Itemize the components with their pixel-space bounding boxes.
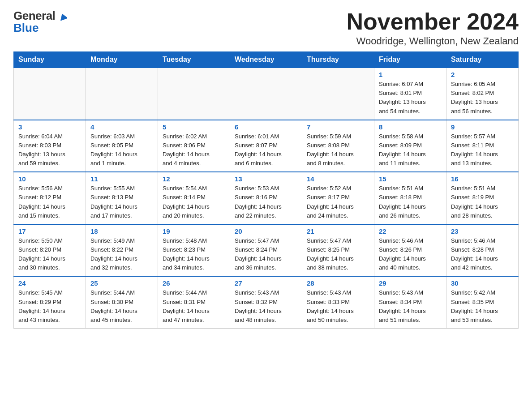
day-info: Sunrise: 5:51 AM Sunset: 8:18 PM Dayligh… <box>379 184 442 220</box>
calendar-cell: 6Sunrise: 6:01 AM Sunset: 8:07 PM Daylig… <box>230 120 302 172</box>
calendar-cell: 15Sunrise: 5:51 AM Sunset: 8:18 PM Dayli… <box>374 172 446 224</box>
day-number: 6 <box>235 123 297 131</box>
day-number: 19 <box>163 227 225 235</box>
calendar-cell: 11Sunrise: 5:55 AM Sunset: 8:13 PM Dayli… <box>86 172 158 224</box>
day-info: Sunrise: 5:42 AM Sunset: 8:35 PM Dayligh… <box>451 288 514 325</box>
calendar-week-row: 24Sunrise: 5:45 AM Sunset: 8:29 PM Dayli… <box>14 276 519 328</box>
calendar-cell: 21Sunrise: 5:47 AM Sunset: 8:25 PM Dayli… <box>302 224 374 277</box>
calendar-cell: 29Sunrise: 5:43 AM Sunset: 8:34 PM Dayli… <box>374 276 446 328</box>
day-info: Sunrise: 5:43 AM Sunset: 8:33 PM Dayligh… <box>307 288 369 325</box>
weekday-header-friday: Friday <box>374 52 446 68</box>
calendar-cell <box>302 68 374 120</box>
day-number: 20 <box>235 227 297 235</box>
day-number: 11 <box>90 175 153 183</box>
calendar-cell <box>158 68 230 120</box>
weekday-header-tuesday: Tuesday <box>158 52 230 68</box>
day-number: 12 <box>163 175 225 183</box>
weekday-header-monday: Monday <box>86 52 158 68</box>
day-info: Sunrise: 5:53 AM Sunset: 8:16 PM Dayligh… <box>235 184 297 220</box>
day-info: Sunrise: 5:47 AM Sunset: 8:25 PM Dayligh… <box>307 236 369 273</box>
location-text: Woodridge, Wellington, New Zealand <box>347 35 519 47</box>
calendar-cell: 20Sunrise: 5:47 AM Sunset: 8:24 PM Dayli… <box>230 224 302 277</box>
day-info: Sunrise: 5:47 AM Sunset: 8:24 PM Dayligh… <box>235 236 297 273</box>
day-info: Sunrise: 5:45 AM Sunset: 8:29 PM Dayligh… <box>18 288 81 325</box>
calendar-cell: 2Sunrise: 6:05 AM Sunset: 8:02 PM Daylig… <box>446 68 519 120</box>
logo-blue-text: Blue <box>13 21 39 35</box>
day-info: Sunrise: 6:03 AM Sunset: 8:05 PM Dayligh… <box>90 132 153 168</box>
calendar-cell: 12Sunrise: 5:54 AM Sunset: 8:14 PM Dayli… <box>158 172 230 224</box>
day-number: 4 <box>90 123 153 131</box>
day-info: Sunrise: 5:58 AM Sunset: 8:09 PM Dayligh… <box>379 132 442 168</box>
logo: General Blue <box>13 9 67 35</box>
weekday-header-wednesday: Wednesday <box>230 52 302 68</box>
calendar-cell: 19Sunrise: 5:48 AM Sunset: 8:23 PM Dayli… <box>158 224 230 277</box>
day-info: Sunrise: 5:43 AM Sunset: 8:34 PM Dayligh… <box>379 288 442 325</box>
header-right: November 2024 Woodridge, Wellington, New… <box>347 9 519 47</box>
calendar-cell: 27Sunrise: 5:43 AM Sunset: 8:32 PM Dayli… <box>230 276 302 328</box>
day-number: 28 <box>307 279 369 287</box>
day-number: 29 <box>379 279 442 287</box>
calendar-cell: 4Sunrise: 6:03 AM Sunset: 8:05 PM Daylig… <box>86 120 158 172</box>
calendar-cell: 30Sunrise: 5:42 AM Sunset: 8:35 PM Dayli… <box>446 276 519 328</box>
day-number: 30 <box>451 279 514 287</box>
month-title: November 2024 <box>347 9 519 34</box>
calendar-cell: 10Sunrise: 5:56 AM Sunset: 8:12 PM Dayli… <box>14 172 86 224</box>
calendar-cell: 18Sunrise: 5:49 AM Sunset: 8:22 PM Dayli… <box>86 224 158 277</box>
day-number: 3 <box>18 123 81 131</box>
day-number: 9 <box>451 123 514 131</box>
calendar-cell: 25Sunrise: 5:44 AM Sunset: 8:30 PM Dayli… <box>86 276 158 328</box>
day-number: 8 <box>379 123 442 131</box>
calendar-cell: 3Sunrise: 6:04 AM Sunset: 8:03 PM Daylig… <box>14 120 86 172</box>
day-number: 13 <box>235 175 297 183</box>
day-info: Sunrise: 5:44 AM Sunset: 8:31 PM Dayligh… <box>163 288 225 325</box>
day-info: Sunrise: 5:43 AM Sunset: 8:32 PM Dayligh… <box>235 288 297 325</box>
calendar-cell: 23Sunrise: 5:46 AM Sunset: 8:28 PM Dayli… <box>446 224 519 277</box>
calendar-cell: 16Sunrise: 5:51 AM Sunset: 8:19 PM Dayli… <box>446 172 519 224</box>
day-info: Sunrise: 5:51 AM Sunset: 8:19 PM Dayligh… <box>451 184 514 220</box>
day-info: Sunrise: 6:07 AM Sunset: 8:01 PM Dayligh… <box>379 80 442 116</box>
calendar-week-row: 1Sunrise: 6:07 AM Sunset: 8:01 PM Daylig… <box>14 68 519 120</box>
calendar-cell: 8Sunrise: 5:58 AM Sunset: 8:09 PM Daylig… <box>374 120 446 172</box>
calendar-cell <box>86 68 158 120</box>
calendar-week-row: 3Sunrise: 6:04 AM Sunset: 8:03 PM Daylig… <box>14 120 519 172</box>
calendar-table: SundayMondayTuesdayWednesdayThursdayFrid… <box>13 51 519 329</box>
calendar-cell: 26Sunrise: 5:44 AM Sunset: 8:31 PM Dayli… <box>158 276 230 328</box>
calendar-week-row: 10Sunrise: 5:56 AM Sunset: 8:12 PM Dayli… <box>14 172 519 224</box>
calendar-cell: 22Sunrise: 5:46 AM Sunset: 8:26 PM Dayli… <box>374 224 446 277</box>
day-info: Sunrise: 5:50 AM Sunset: 8:20 PM Dayligh… <box>18 236 81 273</box>
day-info: Sunrise: 5:46 AM Sunset: 8:26 PM Dayligh… <box>379 236 442 273</box>
day-number: 24 <box>18 279 81 287</box>
day-info: Sunrise: 6:02 AM Sunset: 8:06 PM Dayligh… <box>163 132 225 168</box>
weekday-header-saturday: Saturday <box>446 52 519 68</box>
day-number: 21 <box>307 227 369 235</box>
day-info: Sunrise: 5:44 AM Sunset: 8:30 PM Dayligh… <box>90 288 153 325</box>
day-number: 17 <box>18 227 81 235</box>
day-number: 26 <box>163 279 225 287</box>
calendar-cell: 7Sunrise: 5:59 AM Sunset: 8:08 PM Daylig… <box>302 120 374 172</box>
calendar-cell <box>14 68 86 120</box>
day-info: Sunrise: 5:55 AM Sunset: 8:13 PM Dayligh… <box>90 184 153 220</box>
weekday-header-thursday: Thursday <box>302 52 374 68</box>
day-info: Sunrise: 5:56 AM Sunset: 8:12 PM Dayligh… <box>18 184 81 220</box>
day-number: 1 <box>379 71 442 78</box>
day-number: 25 <box>90 279 153 287</box>
day-number: 16 <box>451 175 514 183</box>
day-number: 22 <box>379 227 442 235</box>
day-info: Sunrise: 5:57 AM Sunset: 8:11 PM Dayligh… <box>451 132 514 168</box>
logo-triangle-icon <box>59 13 67 21</box>
day-info: Sunrise: 5:59 AM Sunset: 8:08 PM Dayligh… <box>307 132 369 168</box>
page-header: General Blue November 2024 Woodridge, We… <box>13 9 519 47</box>
calendar-cell: 9Sunrise: 5:57 AM Sunset: 8:11 PM Daylig… <box>446 120 519 172</box>
calendar-cell: 24Sunrise: 5:45 AM Sunset: 8:29 PM Dayli… <box>14 276 86 328</box>
calendar-cell: 1Sunrise: 6:07 AM Sunset: 8:01 PM Daylig… <box>374 68 446 120</box>
day-number: 7 <box>307 123 369 131</box>
calendar-cell: 13Sunrise: 5:53 AM Sunset: 8:16 PM Dayli… <box>230 172 302 224</box>
day-number: 23 <box>451 227 514 235</box>
day-number: 10 <box>18 175 81 183</box>
day-number: 27 <box>235 279 297 287</box>
calendar-cell <box>230 68 302 120</box>
day-info: Sunrise: 5:48 AM Sunset: 8:23 PM Dayligh… <box>163 236 225 273</box>
calendar-cell: 5Sunrise: 6:02 AM Sunset: 8:06 PM Daylig… <box>158 120 230 172</box>
calendar-cell: 14Sunrise: 5:52 AM Sunset: 8:17 PM Dayli… <box>302 172 374 224</box>
svg-marker-0 <box>59 13 67 21</box>
